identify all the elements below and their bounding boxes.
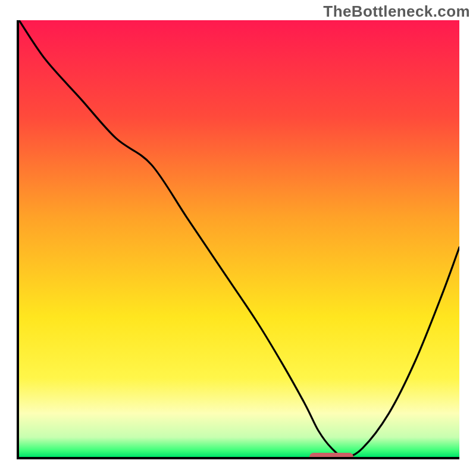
chart-canvas: TheBottleneck.com <box>0 0 476 476</box>
plot-area <box>19 20 459 457</box>
watermark-text: TheBottleneck.com <box>323 2 470 21</box>
plot-frame <box>17 20 459 459</box>
current-marker <box>309 453 353 457</box>
bottleneck-curve <box>19 20 459 457</box>
